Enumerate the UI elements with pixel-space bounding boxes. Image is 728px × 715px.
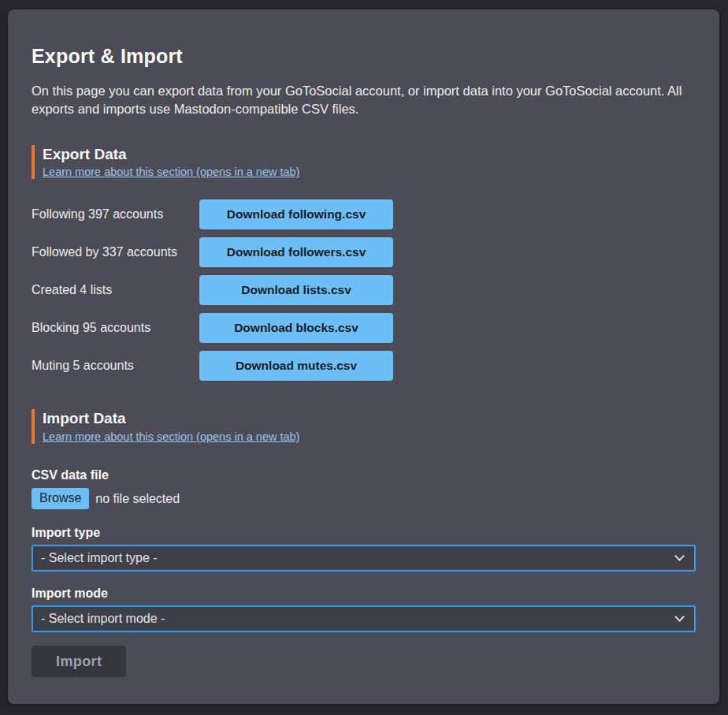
export-row-label: Followed by 337 accounts bbox=[32, 245, 199, 259]
import-type-field: Import type - Select import type - bbox=[32, 525, 696, 572]
import-type-select[interactable]: - Select import type - bbox=[32, 545, 696, 572]
file-input-row: Browse no file selected bbox=[32, 488, 696, 509]
export-rows: Following 397 accounts Download followin… bbox=[32, 199, 696, 381]
csv-file-field: CSV data file Browse no file selected bbox=[32, 467, 696, 509]
export-section-header: Export Data Learn more about this sectio… bbox=[32, 145, 696, 180]
import-learn-more-link[interactable]: Learn more about this section (opens in … bbox=[43, 430, 299, 443]
export-row-lists: Created 4 lists Download lists.csv bbox=[32, 275, 696, 305]
chevron-down-icon bbox=[674, 612, 685, 622]
export-learn-more-link[interactable]: Learn more about this section (opens in … bbox=[43, 166, 299, 178]
export-row-label: Created 4 lists bbox=[32, 283, 199, 297]
import-mode-field: Import mode - Select import mode - bbox=[32, 586, 696, 632]
import-mode-select[interactable]: - Select import mode - bbox=[32, 605, 696, 632]
download-mutes-button[interactable]: Download mutes.csv bbox=[199, 351, 393, 381]
export-row-label: Following 397 accounts bbox=[32, 207, 199, 222]
page-title: Export & Import bbox=[32, 44, 696, 68]
export-row-mutes: Muting 5 accounts Download mutes.csv bbox=[32, 351, 696, 381]
export-row-following: Following 397 accounts Download followin… bbox=[32, 199, 696, 229]
csv-file-label: CSV data file bbox=[32, 467, 696, 483]
download-followers-button[interactable]: Download followers.csv bbox=[199, 237, 393, 267]
import-type-label: Import type bbox=[32, 525, 696, 541]
import-section: Import Data Learn more about this sectio… bbox=[32, 409, 696, 677]
export-import-panel: Export & Import On this page you can exp… bbox=[8, 9, 719, 704]
export-row-label: Blocking 95 accounts bbox=[32, 321, 199, 335]
import-section-header: Import Data Learn more about this sectio… bbox=[32, 409, 696, 444]
import-section-heading: Import Data bbox=[43, 409, 696, 428]
file-status-text: no file selected bbox=[95, 492, 180, 506]
export-row-blocks: Blocking 95 accounts Download blocks.csv bbox=[32, 313, 696, 343]
page-description: On this page you can export data from yo… bbox=[32, 82, 696, 118]
download-lists-button[interactable]: Download lists.csv bbox=[199, 275, 393, 305]
chevron-down-icon bbox=[674, 551, 685, 561]
export-row-label: Muting 5 accounts bbox=[32, 359, 199, 373]
export-section: Export Data Learn more about this sectio… bbox=[32, 145, 696, 382]
download-blocks-button[interactable]: Download blocks.csv bbox=[199, 313, 393, 343]
export-row-followers: Followed by 337 accounts Download follow… bbox=[32, 237, 696, 267]
import-mode-label: Import mode bbox=[32, 586, 696, 601]
import-submit-button[interactable]: Import bbox=[32, 646, 126, 677]
browse-button[interactable]: Browse bbox=[32, 488, 89, 509]
download-following-button[interactable]: Download following.csv bbox=[199, 199, 393, 229]
import-mode-selected-value: - Select import mode - bbox=[41, 612, 165, 626]
export-section-heading: Export Data bbox=[43, 145, 696, 164]
import-type-selected-value: - Select import type - bbox=[41, 551, 158, 565]
